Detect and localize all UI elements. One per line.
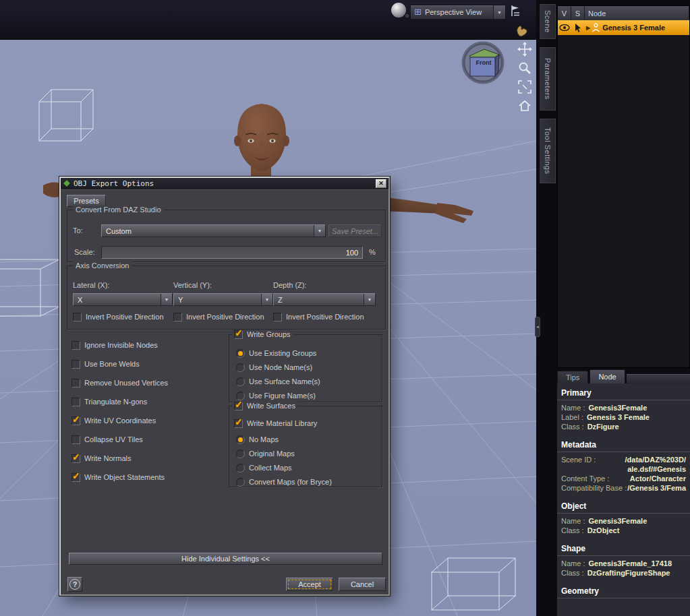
column-selectability[interactable]: S [571, 6, 585, 20]
radio-dot [236, 435, 245, 444]
chevron-down-icon: ▼ [161, 294, 172, 305]
home-reset-view-icon[interactable] [517, 98, 533, 114]
checkbox-ignore-invisible-nodes[interactable]: ✓ Ignore Invisible Nodes [71, 340, 158, 350]
check-icon: ✓ [72, 452, 80, 462]
checkbox-box: ✓ [71, 473, 80, 482]
checkbox-write-object-statements[interactable]: ✓ Write Object Statements [71, 472, 165, 482]
tab-tool-settings[interactable]: Tool Settings [540, 119, 556, 183]
save-preset-button[interactable]: Save Preset... [328, 224, 382, 237]
radio-use-surface-names[interactable]: Use Surface Name(s) [236, 377, 320, 386]
checkbox-label: Ignore Invisible Nodes [84, 341, 158, 349]
view-cube-front-face[interactable]: Front [471, 59, 496, 66]
tab-node[interactable]: Node [590, 369, 625, 383]
perspective-view-dropdown[interactable]: ⊞ Perspective View ▼ [410, 5, 506, 20]
dialog-titlebar[interactable]: OBJ Export Options ✕ [61, 178, 389, 190]
question-mark-icon: ? [69, 579, 80, 590]
checkbox-remove-unused-vertices[interactable]: ✓ Remove Unused Vertices [71, 378, 168, 388]
depth-dropdown[interactable]: Z ▼ [273, 293, 376, 306]
checkbox-box: ✓ [71, 360, 80, 369]
tab-scene[interactable]: Scene [540, 4, 556, 39]
prop-value: /Genesis 3/Fema [627, 483, 686, 493]
checkbox-invert-vertical[interactable]: ✓ Invert Positive Direction [173, 312, 264, 321]
checkbox-box: ✓ [273, 313, 282, 321]
zoom-magnifier-icon[interactable] [517, 60, 533, 76]
tab-tips[interactable]: Tips [557, 371, 588, 383]
column-visibility[interactable]: V [558, 6, 571, 20]
expand-triangle-icon[interactable]: ▶ [586, 25, 590, 31]
checkbox-triangulate-n-gons[interactable]: ✓ Triangulate N-gons [71, 397, 147, 406]
checkbox-invert-depth[interactable]: ✓ Invert Positive Direction [273, 312, 364, 321]
lateral-dropdown[interactable]: X ▼ [73, 293, 173, 306]
orbit-sphere-icon[interactable] [391, 3, 406, 18]
property-row: Scene ID :/data/DAZ%203D/ale.dsf/#Genesi… [557, 455, 690, 474]
axis-group-title: Axis Conversion [73, 261, 132, 270]
checkbox-write-surfaces[interactable]: ✓ Write Surfaces [232, 401, 297, 410]
checkbox-label: Triangulate N-gons [84, 398, 147, 406]
vertical-dropdown[interactable]: Y ▼ [173, 293, 273, 306]
to-label: To: [73, 226, 83, 235]
depth-value: Z [278, 296, 283, 304]
checkbox-write-groups[interactable]: ✓ Write Groups [232, 330, 293, 339]
radio-no-maps[interactable]: No Maps [236, 435, 279, 444]
checkbox-write-material-library[interactable]: ✓ Write Material Library [234, 419, 317, 428]
scene-tree-empty-area[interactable] [558, 35, 689, 367]
radio-use-existing-groups[interactable]: Use Existing Groups [236, 348, 316, 358]
property-row: Class :DzGraftingFigureShape [557, 568, 690, 578]
lateral-label: Lateral (X): [73, 281, 109, 289]
chevron-down-icon: ▼ [493, 5, 505, 19]
viewport-menu-icon[interactable] [509, 4, 521, 20]
checkbox-write-uv-coordinates[interactable]: ✓ Write UV Coordinates [71, 416, 156, 425]
checkbox-box: ✓ [71, 435, 80, 444]
cursor-select-icon[interactable] [571, 23, 585, 32]
vertical-label: Vertical (Y): [173, 281, 212, 289]
prop-label: Label : [561, 412, 583, 422]
section-title: Object [557, 499, 690, 514]
prop-label: Class : [561, 568, 584, 578]
check-icon: ✓ [235, 399, 243, 410]
radio-use-figure-names[interactable]: Use Figure Name(s) [236, 391, 316, 400]
checkbox-box: ✓ [73, 313, 82, 321]
tab-parameters[interactable]: Parameters [540, 47, 556, 111]
checkbox-collapse-uv-tiles[interactable]: ✓ Collapse UV Tiles [71, 435, 143, 444]
checkbox-label: Invert Positive Direction [186, 313, 264, 321]
convert-group: Convert From DAZ Studio To: Custom ▼ Sav… [67, 210, 386, 262]
property-row: Class :DzFigure [557, 422, 690, 431]
accept-button[interactable]: Accept [286, 578, 333, 591]
prop-value-line2: ale.dsf/#Genesis [625, 464, 686, 474]
obj-file-icon [63, 179, 71, 189]
checkbox-use-bone-welds[interactable]: ✓ Use Bone Welds [71, 359, 140, 369]
checkbox-invert-lateral[interactable]: ✓ Invert Positive Direction [73, 312, 164, 321]
radio-label: No Maps [249, 435, 279, 443]
radio-use-node-names[interactable]: Use Node Name(s) [236, 363, 312, 372]
pan-hand-icon[interactable] [514, 22, 530, 40]
prop-value: Genesis 3 Female [587, 412, 650, 422]
cancel-button[interactable]: Cancel [339, 578, 386, 591]
checkbox-write-normals[interactable]: ✓ Write Normals [71, 454, 131, 463]
daz-studio-window: ⊞ Perspective View ▼ [0, 0, 690, 616]
eye-visibility-icon[interactable] [558, 24, 571, 32]
pan-move-icon[interactable] [517, 41, 533, 57]
frame-view-icon[interactable] [517, 79, 533, 95]
prop-value: DzObject [587, 526, 620, 535]
panel-collapse-handle[interactable]: ◄ [535, 317, 540, 337]
property-row: Compatibility Base :/Genesis 3/Fema [557, 483, 690, 493]
checkbox-label: Collapse UV Tiles [84, 435, 143, 443]
scene-node-genesis-3-female[interactable]: ▶ Genesis 3 Female [558, 20, 689, 35]
section-title: Geometry [557, 584, 690, 598]
section-title: Primary [557, 386, 690, 400]
column-node[interactable]: Node [585, 6, 689, 20]
radio-dot [236, 450, 245, 458]
hide-individual-settings-button[interactable]: Hide Individual Settings << [69, 553, 382, 565]
radio-original-maps[interactable]: Original Maps [236, 449, 295, 458]
view-cube[interactable]: Front [459, 41, 507, 86]
radio-convert-maps-bryce[interactable]: Convert Maps (for Bryce) [236, 477, 332, 487]
scale-input[interactable]: 100 [101, 246, 363, 259]
section-metadata: Metadata Scene ID :/data/DAZ%203D/ale.ds… [557, 438, 690, 493]
viewport-grid-icon: ⊞ [414, 8, 422, 16]
prop-value: Genesis3Female_17418 [588, 559, 672, 568]
depth-label: Depth (Z): [273, 281, 307, 289]
radio-collect-maps[interactable]: Collect Maps [236, 463, 292, 472]
help-button[interactable]: ? [67, 577, 82, 592]
convert-to-dropdown[interactable]: Custom ▼ [101, 224, 326, 237]
close-icon[interactable]: ✕ [376, 179, 386, 188]
